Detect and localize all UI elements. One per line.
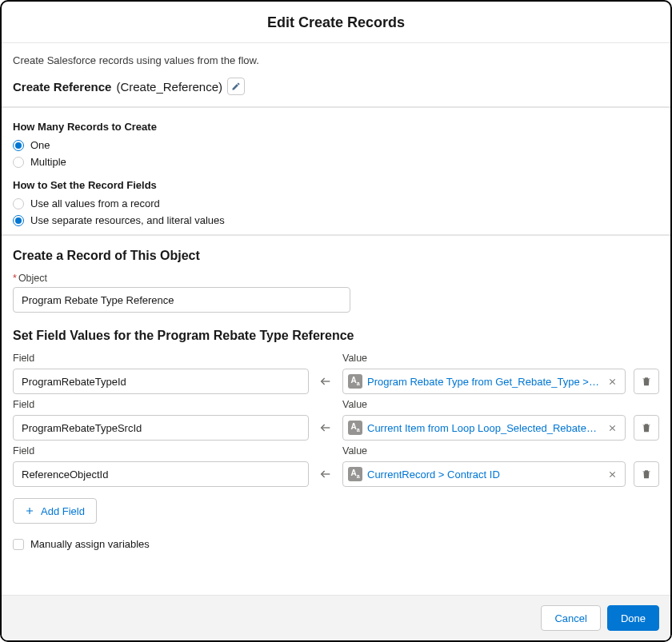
value-picker[interactable]: Aa CurrentRecord > Contract ID (342, 461, 626, 487)
radio-label-one: One (30, 139, 50, 151)
edit-name-button[interactable] (227, 78, 245, 95)
checkbox-icon (13, 539, 24, 550)
object-lookup[interactable]: Program Rebate Type Reference (13, 287, 350, 313)
delete-row-button[interactable] (634, 415, 659, 441)
object-section-title: Create a Record of This Object (13, 249, 659, 263)
radio-icon (13, 198, 24, 209)
plus-icon (25, 506, 34, 516)
text-type-icon: Aa (348, 374, 362, 389)
cancel-button[interactable]: Cancel (541, 605, 600, 631)
how-many-question: How Many Records to Create (13, 121, 659, 133)
radio-label-use-record: Use all values from a record (30, 197, 160, 209)
value-text: Current Item from Loop Loop_Selected_Reb… (367, 422, 599, 434)
delete-row-button[interactable] (634, 461, 659, 487)
done-button[interactable]: Done (607, 605, 659, 631)
value-header: Value (342, 399, 626, 410)
trash-icon (641, 469, 652, 480)
mapping-row: Field Value ReferenceObjectId Aa Current… (13, 445, 659, 487)
radio-use-record[interactable]: Use all values from a record (13, 197, 659, 209)
element-name: Create Reference (13, 80, 111, 94)
manually-assign-row[interactable]: Manually assign variables (13, 538, 659, 550)
modal-title: Edit Create Records (2, 14, 670, 31)
radio-separate[interactable]: Use separate resources, and literal valu… (13, 214, 659, 226)
radio-multiple[interactable]: Multiple (13, 156, 659, 168)
how-set-question: How to Set the Record Fields (13, 179, 659, 191)
how-set-block: How to Set the Record Fields Use all val… (13, 179, 659, 226)
trash-icon (641, 376, 652, 387)
field-header: Field (13, 399, 309, 410)
radio-label-multiple: Multiple (30, 156, 66, 168)
object-section: Create a Record of This Object *Object P… (2, 236, 670, 558)
value-picker[interactable]: Aa Current Item from Loop Loop_Selected_… (342, 415, 626, 441)
value-picker[interactable]: Aa Program Rebate Type from Get_Rebate_T… (342, 369, 626, 394)
add-field-label: Add Field (41, 505, 85, 517)
element-api-name: (Create_Reference) (116, 80, 222, 94)
field-picker[interactable]: ProgramRebateTypeSrcId (13, 415, 309, 441)
intro-description: Create Salesforce records using values f… (13, 54, 659, 66)
value-header: Value (342, 445, 626, 457)
field-picker[interactable]: ProgramRebateTypeId (13, 369, 309, 394)
object-label: *Object (13, 273, 659, 284)
field-header: Field (13, 445, 309, 457)
pencil-icon (231, 82, 241, 91)
arrow-left-icon (317, 468, 334, 481)
arrow-left-icon (317, 375, 334, 388)
value-text: Program Rebate Type from Get_Rebate_Type… (367, 376, 599, 388)
clear-value-button[interactable] (604, 466, 620, 482)
radio-icon (13, 215, 24, 226)
value-text: CurrentRecord > Contract ID (367, 469, 599, 481)
manually-assign-label: Manually assign variables (30, 538, 150, 550)
radio-one[interactable]: One (13, 139, 659, 151)
modal-footer: Cancel Done (2, 595, 670, 640)
field-picker[interactable]: ReferenceObjectId (13, 461, 309, 487)
clear-value-button[interactable] (604, 420, 620, 436)
arrow-left-icon (317, 421, 334, 434)
text-type-icon: Aa (348, 421, 362, 435)
object-value: Program Rebate Type Reference (22, 294, 174, 306)
add-field-button[interactable]: Add Field (13, 498, 97, 524)
trash-icon (641, 422, 652, 433)
radio-label-separate: Use separate resources, and literal valu… (30, 214, 225, 226)
radio-icon (13, 140, 24, 151)
how-many-block: How Many Records to Create One Multiple (13, 121, 659, 168)
config-section: How Many Records to Create One Multiple … (2, 108, 670, 234)
mapping-row: Field Value ProgramRebateTypeId Aa Progr… (13, 353, 659, 394)
clear-value-button[interactable] (604, 373, 620, 389)
radio-icon (13, 157, 24, 168)
delete-row-button[interactable] (634, 369, 659, 394)
value-header: Value (342, 353, 626, 364)
mapping-row: Field Value ProgramRebateTypeSrcId Aa Cu… (13, 399, 659, 441)
field-header: Field (13, 353, 309, 364)
modal-header: Edit Create Records (2, 2, 670, 43)
set-fields-title: Set Field Values for the Program Rebate … (13, 329, 659, 343)
text-type-icon: Aa (348, 467, 362, 481)
element-name-row: Create Reference (Create_Reference) (13, 78, 659, 95)
intro-block: Create Salesforce records using values f… (2, 43, 670, 106)
